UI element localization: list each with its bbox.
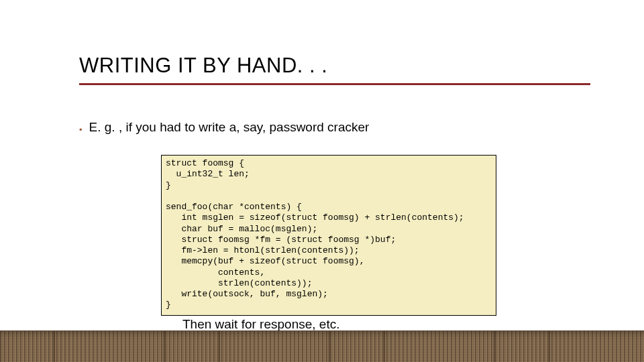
content-area: WRITING IT BY HAND. . . • E. g. , if you… xyxy=(79,54,590,135)
caption-text: Then wait for response, etc. xyxy=(182,317,339,332)
slide: WRITING IT BY HAND. . . • E. g. , if you… xyxy=(0,0,644,362)
bullet-text: E. g. , if you had to write a, say, pass… xyxy=(89,120,370,135)
code-content: struct foomsg { u_int32_t len; } send_fo… xyxy=(166,158,492,311)
title-underline xyxy=(79,83,590,85)
code-block: struct foomsg { u_int32_t len; } send_fo… xyxy=(161,155,496,316)
wood-floor-decoration xyxy=(0,330,644,362)
bullet-icon: • xyxy=(79,125,83,134)
bullet-row: • E. g. , if you had to write a, say, pa… xyxy=(79,120,590,135)
slide-title: WRITING IT BY HAND. . . xyxy=(79,54,590,78)
